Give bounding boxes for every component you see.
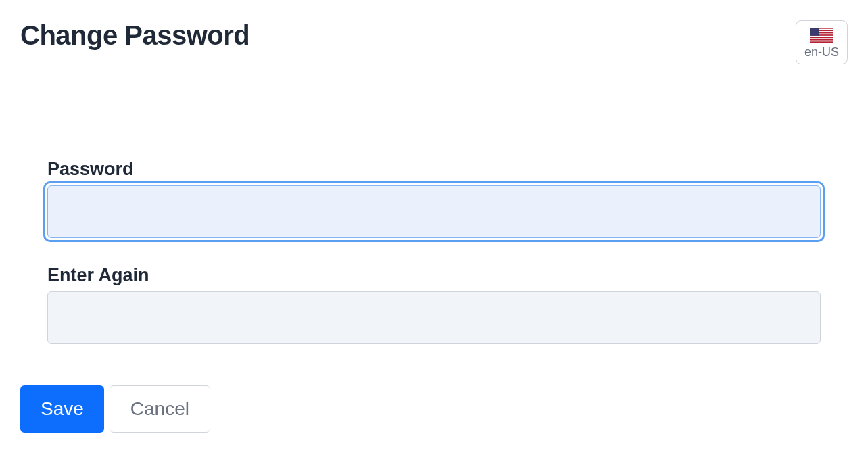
us-flag-icon (810, 28, 833, 43)
cancel-button[interactable]: Cancel (110, 385, 210, 433)
password-label: Password (47, 159, 821, 180)
svg-rect-4 (810, 36, 833, 37)
save-button[interactable]: Save (20, 385, 104, 433)
password-input[interactable] (47, 185, 821, 238)
locale-selector[interactable]: en-US (796, 20, 848, 64)
svg-rect-5 (810, 38, 833, 39)
confirm-password-input[interactable] (47, 291, 821, 344)
page-title: Change Password (20, 20, 249, 51)
locale-code: en-US (804, 45, 839, 59)
change-password-form: Password Enter Again (20, 64, 848, 344)
svg-rect-6 (810, 41, 833, 42)
confirm-password-label: Enter Again (47, 265, 821, 286)
svg-rect-7 (810, 28, 819, 36)
